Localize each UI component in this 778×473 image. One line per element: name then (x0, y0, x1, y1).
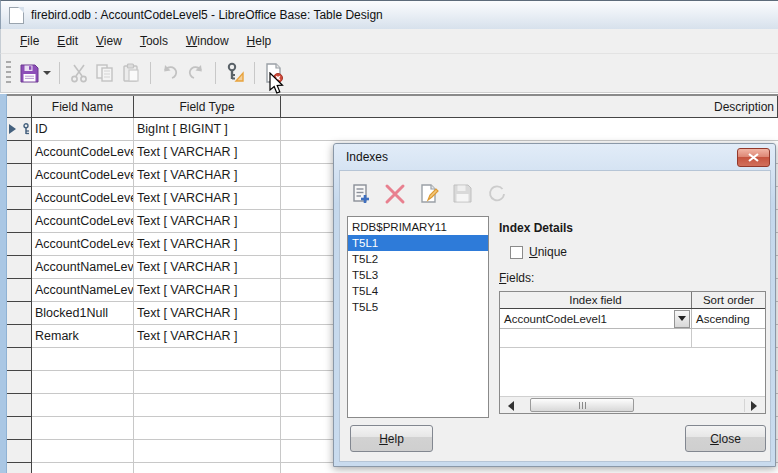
field-name-cell[interactable]: AccountNameLeve (32, 279, 134, 302)
toolbar-separator (150, 62, 151, 84)
index-list-item[interactable]: T5L3 (348, 267, 488, 283)
unique-label: Unique (529, 245, 567, 259)
field-type-cell[interactable]: BigInt [ BIGINT ] (134, 118, 281, 141)
scroll-right-button[interactable] (750, 399, 762, 412)
row-selector[interactable] (7, 187, 32, 210)
scrollbar-divider (744, 399, 745, 412)
scroll-right-arrow-icon (751, 401, 762, 411)
menu-tools[interactable]: Tools (131, 31, 177, 51)
copy-icon (94, 62, 116, 84)
field-type-cell[interactable]: Text [ VARCHAR ] (134, 187, 281, 210)
fields-table-header: Index field Sort order (500, 292, 765, 309)
close-button[interactable]: Close (685, 425, 766, 452)
scroll-left-arrow-icon (503, 401, 514, 411)
index-list[interactable]: RDB$PRIMARY11 T5L1 T5L2 T5L3 T5L4 T5L5 (347, 216, 489, 418)
scrollbar-thumb[interactable] (530, 398, 634, 412)
field-type-cell[interactable]: Text [ VARCHAR ] (134, 302, 281, 325)
main-toolbar (0, 53, 778, 93)
field-type-cell[interactable]: Text [ VARCHAR ] (134, 256, 281, 279)
field-name-cell[interactable]: AccountCodeLeve (32, 141, 134, 164)
menu-file[interactable]: File (11, 31, 48, 51)
copy-button (92, 60, 118, 86)
index-fields-table: Index field Sort order AccountCodeLevel1… (499, 291, 766, 414)
row-selector[interactable] (7, 348, 32, 371)
menu-edit[interactable]: Edit (48, 31, 87, 51)
unique-checkbox[interactable] (510, 246, 523, 259)
row-selector[interactable] (7, 164, 32, 187)
index-list-item[interactable]: T5L2 (348, 251, 488, 267)
reset-index-button (484, 181, 509, 206)
dialog-close-button[interactable] (737, 148, 770, 167)
index-details-heading: Index Details (499, 221, 573, 235)
field-name-cell[interactable]: Blocked1Null (32, 302, 134, 325)
index-list-item[interactable]: T5L5 (348, 299, 488, 315)
row-selector[interactable] (7, 141, 32, 164)
undo-icon (159, 62, 181, 84)
row-selector[interactable] (7, 463, 32, 473)
help-button[interactable]: Help (350, 425, 433, 452)
index-field-value: AccountCodeLevel1 (500, 313, 674, 325)
row-selector[interactable] (7, 256, 32, 279)
combobox-dropdown-button[interactable] (674, 310, 690, 328)
description-header: Description (281, 96, 778, 118)
rename-index-button[interactable] (416, 181, 441, 206)
index-field-column-header: Index field (500, 292, 692, 308)
save-dropdown-arrow-icon[interactable] (43, 71, 51, 79)
toolbar-separator (254, 62, 255, 84)
menu-window[interactable]: Window (177, 31, 238, 51)
field-name-cell[interactable]: Remark (32, 325, 134, 348)
dialog-title: Indexes (346, 150, 388, 164)
row-selector[interactable] (7, 233, 32, 256)
save-index-icon (452, 183, 473, 204)
field-name-cell[interactable]: ID (32, 118, 134, 141)
row-selector[interactable] (7, 440, 32, 463)
index-design-button[interactable] (222, 60, 248, 86)
undo-button (157, 60, 183, 86)
dialog-toolbar (348, 181, 509, 206)
row-selector[interactable] (7, 279, 32, 302)
grid-header-row: Field Name Field Type Description (7, 96, 778, 118)
toolbar-drag-handle[interactable] (6, 61, 11, 85)
rename-index-icon (418, 183, 440, 205)
field-type-cell[interactable]: Text [ VARCHAR ] (134, 279, 281, 302)
table-row[interactable]: ID BigInt [ BIGINT ] (7, 118, 778, 141)
cut-button (66, 60, 92, 86)
index-list-item[interactable]: RDB$PRIMARY11 (348, 219, 488, 235)
unique-option[interactable]: Unique (510, 245, 567, 259)
title-bar: firebird.odb : AccountCodeLevel5 - Libre… (0, 0, 778, 29)
sort-order-column-header: Sort order (692, 292, 765, 308)
fields-table-empty-row[interactable] (500, 329, 765, 348)
menu-help[interactable]: Help (238, 31, 281, 51)
field-type-cell[interactable]: Text [ VARCHAR ] (134, 325, 281, 348)
row-selector[interactable] (7, 417, 32, 440)
sort-order-cell[interactable]: Ascending (692, 309, 765, 328)
field-type-cell[interactable]: Text [ VARCHAR ] (134, 164, 281, 187)
new-index-button[interactable] (348, 181, 373, 206)
menu-bar: File Edit View Tools Window Help (0, 29, 778, 53)
row-selector[interactable] (7, 325, 32, 348)
row-selector-primary-key[interactable] (7, 118, 32, 141)
field-type-cell[interactable]: Text [ VARCHAR ] (134, 233, 281, 256)
row-selector[interactable] (7, 394, 32, 417)
row-selector[interactable] (7, 371, 32, 394)
row-selector[interactable] (7, 210, 32, 233)
menu-view[interactable]: View (87, 31, 131, 51)
field-type-cell[interactable]: Text [ VARCHAR ] (134, 141, 281, 164)
field-name-cell[interactable]: AccountCodeLeve (32, 187, 134, 210)
paste-button (118, 60, 144, 86)
index-list-item-selected[interactable]: T5L1 (348, 235, 488, 251)
field-name-cell[interactable]: AccountCodeLeve (32, 164, 134, 187)
new-index-icon (350, 183, 372, 205)
field-name-cell[interactable]: AccountCodeLeve (32, 233, 134, 256)
index-field-combobox[interactable]: AccountCodeLevel1 (500, 309, 692, 328)
save-button[interactable] (16, 60, 42, 86)
field-name-cell[interactable]: AccountNameLeve (32, 256, 134, 279)
scroll-left-button[interactable] (502, 399, 514, 412)
field-type-cell[interactable]: Text [ VARCHAR ] (134, 210, 281, 233)
description-cell[interactable] (281, 118, 778, 141)
delete-index-button[interactable] (382, 181, 407, 206)
fields-horizontal-scrollbar[interactable] (500, 396, 765, 413)
row-selector[interactable] (7, 302, 32, 325)
index-list-item[interactable]: T5L4 (348, 283, 488, 299)
field-name-cell[interactable]: AccountCodeLeve (32, 210, 134, 233)
